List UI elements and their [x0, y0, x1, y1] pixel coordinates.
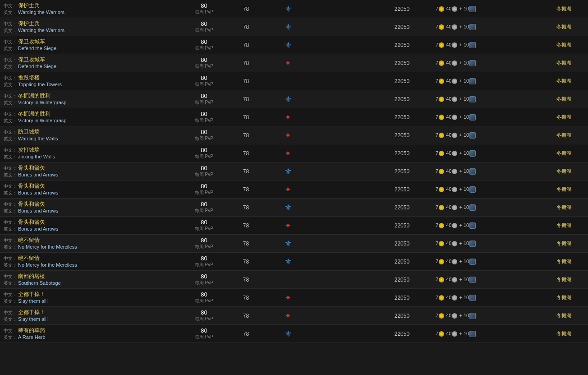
weekly-pvp-label: 每周 PvP	[184, 171, 224, 178]
quest-name-cell: 中文：防卫城墙 英文：Warding the Walls	[0, 126, 180, 144]
level-cell: 80 每周 PvP	[180, 36, 228, 54]
category-cell	[312, 289, 372, 307]
xp-value: 22050	[395, 60, 409, 66]
zone-name: 冬拥湖	[556, 259, 571, 264]
level-cell: 80 每周 PvP	[180, 199, 228, 217]
reward-text: 7 40 + 10	[436, 241, 476, 246]
zone-name: 冬拥湖	[556, 241, 571, 246]
zone-cell: 冬拥湖	[540, 199, 588, 217]
table-row[interactable]: 中文：南部的塔楼 英文：Southern Sabotage 80 每周 PvP …	[0, 271, 588, 289]
faction-cell: ⚜	[264, 90, 312, 108]
quest-cn-name: 绝不留情	[18, 255, 40, 261]
en-label: 英文：	[4, 118, 17, 123]
table-row[interactable]: 中文：全都干掉！ 英文：Slay them all! 80 每周 PvP 78✦…	[0, 289, 588, 307]
silver-icon	[452, 151, 457, 156]
item-icon	[469, 204, 476, 211]
level-number: 80	[184, 2, 224, 9]
req-level: 78	[243, 313, 249, 319]
faction-cell	[264, 271, 312, 289]
level-number: 80	[184, 74, 224, 81]
req-level: 78	[243, 6, 249, 12]
table-row[interactable]: 中文：保卫攻城车 英文：Defend the Siege 80 每周 PvP 7…	[0, 36, 588, 54]
table-row[interactable]: 中文：骨头和箭矢 英文：Bones and Arrows 80 每周 PvP 7…	[0, 217, 588, 235]
category-cell	[312, 307, 372, 325]
en-label: 英文：	[4, 263, 17, 268]
zone-cell: 冬拥湖	[540, 217, 588, 235]
silver-icon	[452, 79, 457, 84]
zone-name: 冬拥湖	[556, 150, 571, 156]
gold-icon	[439, 24, 444, 30]
req-level: 78	[243, 114, 249, 120]
category-cell	[312, 0, 372, 18]
quest-table: 中文：保护士兵 英文：Warding the Warriors 80 每周 Pv…	[0, 0, 588, 343]
level-number: 80	[184, 183, 224, 190]
quest-table-container: 中文：保护士兵 英文：Warding the Warriors 80 每周 Pv…	[0, 0, 588, 343]
quest-name-cell: 中文：推毁塔楼 英文：Toppling the Towers	[0, 72, 180, 90]
weekly-pvp-label: 每周 PvP	[184, 280, 224, 286]
level-number: 80	[184, 129, 224, 135]
level-number: 80	[184, 237, 224, 244]
table-row[interactable]: 中文：骨头和箭矢 英文：Bones and Arrows 80 每周 PvP 7…	[0, 199, 588, 217]
req-level: 78	[243, 150, 249, 157]
table-row[interactable]: 中文：骨头和箭矢 英文：Bones and Arrows 80 每周 PvP 7…	[0, 181, 588, 199]
table-row[interactable]: 中文：攻打城墙 英文：Jinxing the Walls 80 每周 PvP 7…	[0, 144, 588, 162]
item-icon	[469, 241, 476, 247]
table-row[interactable]: 中文：推毁塔楼 英文：Toppling the Towers 80 每周 PvP…	[0, 72, 588, 90]
category-cell	[312, 54, 372, 72]
zone-name: 冬拥湖	[556, 24, 571, 29]
xp-value: 22050	[395, 222, 409, 229]
quest-en-name: Toppling the Towers	[18, 82, 62, 87]
gold-icon	[439, 205, 444, 210]
category-cell	[312, 144, 372, 162]
req-level-cell: 78	[228, 235, 264, 253]
reward-cell: 7 40 + 10	[432, 126, 540, 144]
table-row[interactable]: 中文：绝不留情 英文：No Mercy for the Merciless 80…	[0, 235, 588, 253]
silver-icon	[452, 187, 457, 192]
silver-icon	[452, 259, 457, 264]
weekly-pvp-label: 每周 PvP	[184, 316, 224, 322]
table-row[interactable]: 中文：全都干掉！ 英文：Slay them all! 80 每周 PvP 78✦…	[0, 307, 588, 325]
req-level: 78	[243, 78, 249, 84]
horde-icon: ✦	[285, 59, 291, 68]
table-row[interactable]: 中文：冬拥湖的胜利 英文：Victory in Wintergrasp 80 每…	[0, 90, 588, 108]
level-number: 80	[184, 273, 224, 280]
weekly-pvp-label: 每周 PvP	[184, 63, 224, 69]
table-row[interactable]: 中文：绝不留情 英文：No Mercy for the Merciless 80…	[0, 253, 588, 271]
cn-label: 中文：	[4, 21, 17, 26]
table-row[interactable]: 中文：防卫城墙 英文：Warding the Walls 80 每周 PvP 7…	[0, 126, 588, 144]
quest-name-cell: 中文：攻打城墙 英文：Jinxing the Walls	[0, 144, 180, 162]
req-level: 78	[243, 132, 249, 139]
req-level-cell: 78	[228, 289, 264, 307]
reward-text: 7 40 + 10	[436, 313, 476, 318]
cn-label: 中文：	[4, 57, 17, 62]
xp-cell: 22050	[372, 0, 432, 18]
category-cell	[312, 18, 372, 36]
en-label: 英文：	[4, 136, 17, 141]
zone-name: 冬拥湖	[556, 78, 571, 83]
table-row[interactable]: 中文：稀有的草药 英文：A Rare Herb 80 每周 PvP 78⚜220…	[0, 325, 588, 343]
xp-cell: 22050	[372, 144, 432, 162]
table-row[interactable]: 中文：骨头和箭矢 英文：Bones and Arrows 80 每周 PvP 7…	[0, 162, 588, 181]
weekly-pvp-label: 每周 PvP	[184, 99, 224, 106]
faction-cell: ✦	[264, 307, 312, 325]
item-icon	[469, 331, 476, 337]
table-row[interactable]: 中文：保护士兵 英文：Warding the Warriors 80 每周 Pv…	[0, 0, 588, 18]
level-cell: 80 每周 PvP	[180, 289, 228, 307]
zone-cell: 冬拥湖	[540, 253, 588, 271]
table-row[interactable]: 中文：冬拥湖的胜利 英文：Victory in Wintergrasp 80 每…	[0, 108, 588, 126]
xp-value: 22050	[395, 150, 409, 157]
weekly-pvp-label: 每周 PvP	[184, 117, 224, 124]
quest-name-cell: 中文：稀有的草药 英文：A Rare Herb	[0, 325, 180, 343]
xp-cell: 22050	[372, 54, 432, 72]
cn-label: 中文：	[4, 148, 17, 153]
xp-value: 22050	[395, 204, 409, 211]
reward-text: 7 40 + 10	[436, 204, 476, 210]
zone-cell: 冬拥湖	[540, 144, 588, 162]
faction-cell	[264, 72, 312, 90]
category-cell	[312, 325, 372, 343]
weekly-pvp-label: 每周 PvP	[184, 135, 224, 142]
table-row[interactable]: 中文：保护士兵 英文：Warding the Warriors 80 每周 Pv…	[0, 18, 588, 36]
table-row[interactable]: 中文：保卫攻城车 英文：Defend the Siege 80 每周 PvP 7…	[0, 54, 588, 72]
faction-cell: ✦	[264, 181, 312, 199]
reward-cell: 7 40 + 10	[432, 307, 540, 325]
